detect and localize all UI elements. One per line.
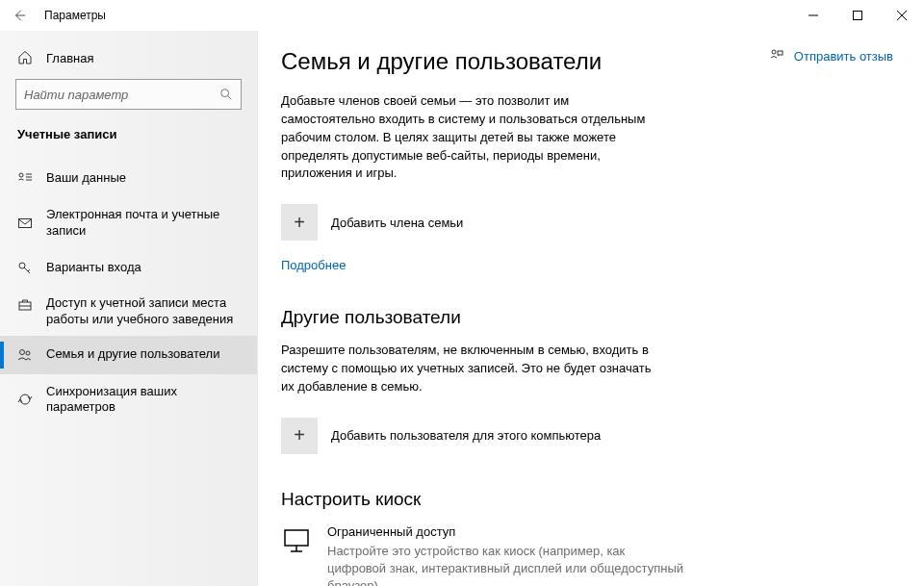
svg-point-17 bbox=[26, 351, 30, 355]
sidebar-item-label: Варианты входа bbox=[46, 260, 141, 276]
svg-point-16 bbox=[20, 349, 25, 354]
sync-icon bbox=[17, 392, 33, 407]
svg-rect-10 bbox=[19, 218, 32, 227]
people-icon bbox=[17, 347, 33, 363]
feedback-label: Отправить отзыв bbox=[794, 49, 893, 64]
feedback-link[interactable]: Отправить отзыв bbox=[769, 48, 893, 64]
other-users-heading: Другие пользователи bbox=[281, 307, 901, 328]
learn-more-link[interactable]: Подробнее bbox=[281, 258, 901, 272]
svg-rect-20 bbox=[285, 530, 308, 546]
sidebar-item-your-info[interactable]: Ваши данные bbox=[0, 159, 257, 197]
key-icon bbox=[17, 261, 33, 276]
family-description: Добавьте членов своей семьи — это позвол… bbox=[281, 92, 666, 183]
main-content: Отправить отзыв Семья и другие пользоват… bbox=[258, 31, 924, 586]
add-other-user-button[interactable]: + Добавить пользователя для этого компью… bbox=[281, 418, 901, 454]
sidebar-item-email[interactable]: Электронная почта и учетные записи bbox=[0, 197, 257, 249]
back-button[interactable] bbox=[0, 0, 38, 31]
kiosk-setup-button[interactable]: Ограниченный доступ Настройте это устрой… bbox=[281, 523, 685, 586]
search-box[interactable] bbox=[15, 79, 242, 110]
home-link[interactable]: Главная bbox=[0, 42, 257, 79]
window-controls bbox=[791, 0, 924, 31]
sidebar-item-work-access[interactable]: Доступ к учетной записи места работы или… bbox=[0, 288, 257, 336]
sidebar-item-label: Синхронизация ваших параметров bbox=[46, 384, 242, 417]
person-card-icon bbox=[17, 170, 33, 186]
svg-line-13 bbox=[28, 269, 30, 271]
svg-point-4 bbox=[221, 89, 229, 97]
maximize-button[interactable] bbox=[835, 0, 880, 31]
sidebar-item-label: Электронная почта и учетные записи bbox=[46, 207, 242, 240]
sidebar: Главная Учетные записи Ваши данные Элект… bbox=[0, 31, 258, 586]
sidebar-item-sync[interactable]: Синхронизация ваших параметров bbox=[0, 374, 257, 426]
sidebar-item-label: Семья и другие пользователи bbox=[46, 346, 219, 363]
home-label: Главная bbox=[46, 51, 93, 65]
home-icon bbox=[17, 50, 33, 65]
sidebar-item-label: Ваши данные bbox=[46, 170, 126, 187]
svg-line-5 bbox=[228, 96, 232, 100]
kiosk-heading: Настроить киоск bbox=[281, 489, 901, 510]
svg-point-6 bbox=[19, 173, 23, 177]
plus-icon: + bbox=[281, 418, 318, 454]
monitor-icon bbox=[281, 525, 312, 556]
plus-icon: + bbox=[281, 204, 318, 241]
search-icon bbox=[219, 88, 233, 101]
sidebar-item-family[interactable]: Семья и другие пользователи bbox=[0, 336, 257, 374]
sidebar-item-signin[interactable]: Варианты входа bbox=[0, 249, 257, 288]
kiosk-title: Ограниченный доступ bbox=[327, 523, 685, 541]
briefcase-icon bbox=[17, 297, 33, 313]
feedback-icon bbox=[769, 48, 784, 64]
minimize-button[interactable] bbox=[791, 0, 835, 31]
mail-icon bbox=[17, 216, 33, 231]
add-family-button[interactable]: + Добавить члена семьи bbox=[281, 204, 901, 241]
kiosk-desc: Настройте это устройство как киоск (напр… bbox=[327, 543, 685, 586]
close-button[interactable] bbox=[880, 0, 924, 31]
window-title: Параметры bbox=[38, 9, 106, 22]
section-title: Учетные записи bbox=[0, 127, 257, 159]
add-other-label: Добавить пользователя для этого компьюте… bbox=[331, 428, 601, 443]
add-family-label: Добавить члена семьи bbox=[331, 216, 463, 230]
sidebar-item-label: Доступ к учетной записи места работы или… bbox=[46, 295, 242, 328]
svg-rect-19 bbox=[778, 51, 783, 55]
svg-rect-1 bbox=[854, 12, 862, 20]
other-users-description: Разрешите пользователям, не включенным в… bbox=[281, 342, 666, 396]
svg-point-18 bbox=[772, 50, 776, 54]
search-input[interactable] bbox=[24, 88, 219, 102]
titlebar: Параметры bbox=[0, 0, 924, 31]
